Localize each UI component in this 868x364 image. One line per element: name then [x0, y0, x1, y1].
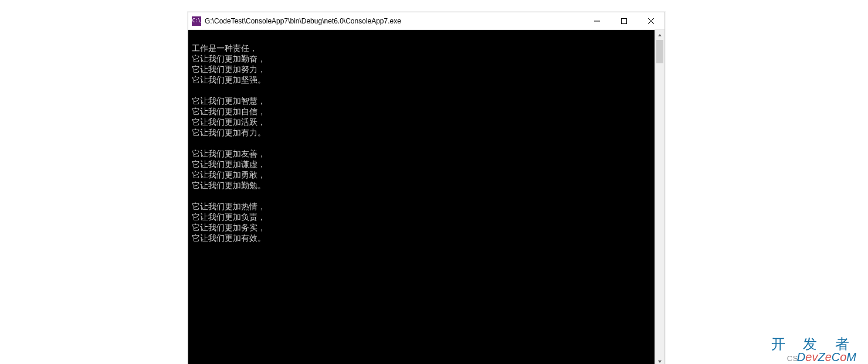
window-title: G:\CodeTest\ConsoleApp7\bin\Debug\net6.0… — [205, 17, 584, 25]
console-output[interactable]: 工作是一种责任， 它让我们更加勤奋， 它让我们更加努力， 它让我们更加坚强。 它… — [188, 30, 655, 364]
wm-b: ev — [805, 351, 818, 363]
minimize-button[interactable] — [584, 12, 611, 30]
close-button[interactable] — [638, 12, 664, 30]
minimize-icon — [594, 18, 600, 24]
wm-d: e — [825, 351, 832, 363]
wm-f: o — [840, 351, 846, 363]
maximize-button[interactable] — [611, 12, 638, 30]
close-icon — [648, 18, 654, 24]
app-icon: C:\ — [192, 16, 201, 26]
scroll-down-button[interactable] — [655, 356, 664, 364]
console-client-area: 工作是一种责任， 它让我们更加勤奋， 它让我们更加努力， 它让我们更加坚强。 它… — [188, 30, 664, 364]
watermark-chinese: 开 发 者 — [771, 337, 856, 351]
wm-a: D — [797, 351, 805, 363]
scroll-up-button[interactable] — [655, 30, 664, 40]
window-controls — [584, 12, 664, 29]
watermark-brand: CSDevZeCoM — [771, 351, 856, 363]
maximize-icon — [621, 18, 627, 24]
svg-marker-5 — [658, 360, 662, 363]
scroll-thumb[interactable] — [656, 40, 663, 63]
wm-c: Z — [818, 351, 825, 363]
chevron-down-icon — [657, 359, 662, 364]
svg-rect-1 — [622, 19, 627, 24]
wm-g: M — [846, 351, 856, 363]
scroll-track[interactable] — [655, 40, 664, 356]
svg-marker-4 — [658, 34, 662, 36]
wm-e: C — [832, 351, 840, 363]
vertical-scrollbar[interactable] — [655, 30, 664, 364]
page-watermark: 开 发 者 CSDevZeCoM — [771, 337, 856, 363]
console-window: C:\ G:\CodeTest\ConsoleApp7\bin\Debug\ne… — [188, 12, 665, 364]
titlebar[interactable]: C:\ G:\CodeTest\ConsoleApp7\bin\Debug\ne… — [188, 12, 664, 30]
chevron-up-icon — [657, 33, 662, 38]
